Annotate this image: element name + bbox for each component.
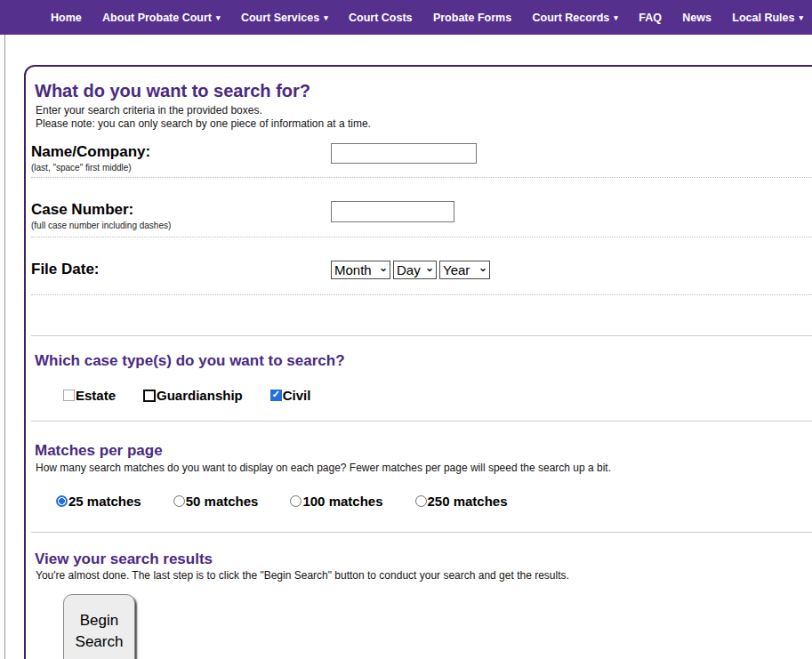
file-date-year-select[interactable]: Year — [439, 261, 490, 279]
guardianship-checkbox[interactable] — [143, 390, 156, 402]
case-number-hint: (full case number including dashes) — [31, 221, 331, 231]
nav-item-court-costs[interactable]: Court Costs — [349, 12, 413, 24]
nav-item-about-probate-court[interactable]: About Probate Court▾ — [102, 12, 220, 24]
case-number-input[interactable] — [331, 201, 454, 222]
name-company-input[interactable] — [331, 143, 477, 164]
checkbox-civil[interactable]: Civil — [270, 388, 311, 403]
file-date-day-select[interactable]: Day — [393, 261, 437, 279]
begin-search-button[interactable]: Begin Search — [63, 594, 135, 659]
case-number-label: Case Number: — [31, 201, 331, 218]
section-title-search-for: What do you want to search for? — [35, 81, 812, 100]
case-type-options: Estate Guardianship Civil — [63, 388, 812, 403]
nav-item-probate-forms[interactable]: Probate Forms — [433, 12, 511, 24]
checkbox-estate[interactable]: Estate — [63, 388, 116, 403]
file-date-label: File Date: — [31, 261, 331, 277]
section-divider — [31, 335, 812, 336]
radio-100-matches[interactable]: 100 matches — [290, 494, 382, 509]
nav-item-news[interactable]: News — [682, 12, 712, 24]
section-title-matches: Matches per page — [35, 442, 812, 459]
chevron-down-icon: ▾ — [324, 14, 328, 22]
estate-checkbox[interactable] — [63, 390, 75, 401]
nav-item-home[interactable]: Home — [51, 12, 82, 24]
top-navigation: Home About Probate Court▾ Court Services… — [0, 0, 812, 35]
results-description: You're almost done. The last step is to … — [36, 569, 812, 583]
file-date-row: File Date: Month ⌄ Day ⌄ Year — [31, 237, 812, 295]
search-form-panel: What do you want to search for? Enter yo… — [24, 65, 812, 659]
search-instructions-line2: Please note: you can only search by one … — [36, 117, 812, 131]
section-title-results: View your search results — [35, 551, 812, 567]
matches-per-page-section: Matches per page How many search matches… — [31, 442, 812, 533]
50-matches-radio[interactable] — [173, 495, 185, 507]
matches-description: How many search matches do you want to d… — [36, 462, 812, 475]
chevron-down-icon: ▾ — [799, 14, 803, 22]
radio-250-matches[interactable]: 250 matches — [415, 494, 508, 509]
chevron-down-icon: ▾ — [614, 14, 618, 22]
radio-50-matches[interactable]: 50 matches — [173, 494, 259, 509]
nav-item-local-rules[interactable]: Local Rules▾ — [732, 12, 803, 24]
section-title-case-types: Which case type(s) do you want to search… — [35, 352, 812, 369]
name-company-row: Name/Company: (last, "space" first middl… — [31, 136, 812, 178]
section-divider — [31, 532, 812, 533]
civil-checkbox[interactable] — [270, 390, 282, 401]
case-number-row: Case Number: (full case number including… — [31, 178, 812, 237]
nav-item-court-records[interactable]: Court Records▾ — [533, 12, 618, 24]
section-divider — [31, 421, 812, 422]
search-criteria-section: What do you want to search for? Enter yo… — [31, 81, 812, 336]
chevron-down-icon: ▾ — [216, 14, 221, 22]
search-instructions-line1: Enter your search criteria in the provid… — [36, 104, 812, 117]
page-left-border — [4, 35, 5, 659]
search-results-section: View your search results You're almost d… — [31, 551, 812, 659]
radio-25-matches[interactable]: 25 matches — [56, 494, 141, 509]
checkbox-guardianship[interactable]: Guardianship — [143, 388, 243, 403]
nav-item-faq[interactable]: FAQ — [639, 12, 662, 24]
nav-item-court-services[interactable]: Court Services▾ — [241, 12, 328, 24]
case-type-section: Which case type(s) do you want to search… — [31, 352, 812, 422]
100-matches-radio[interactable] — [290, 495, 301, 507]
file-date-month-select[interactable]: Month — [331, 261, 390, 279]
250-matches-radio[interactable] — [415, 495, 427, 507]
name-company-hint: (last, "space" first middle) — [31, 163, 331, 173]
matches-options: 25 matches 50 matches 100 matches 250 ma… — [56, 494, 812, 509]
25-matches-radio[interactable] — [56, 495, 68, 507]
name-company-label: Name/Company: — [31, 143, 331, 160]
